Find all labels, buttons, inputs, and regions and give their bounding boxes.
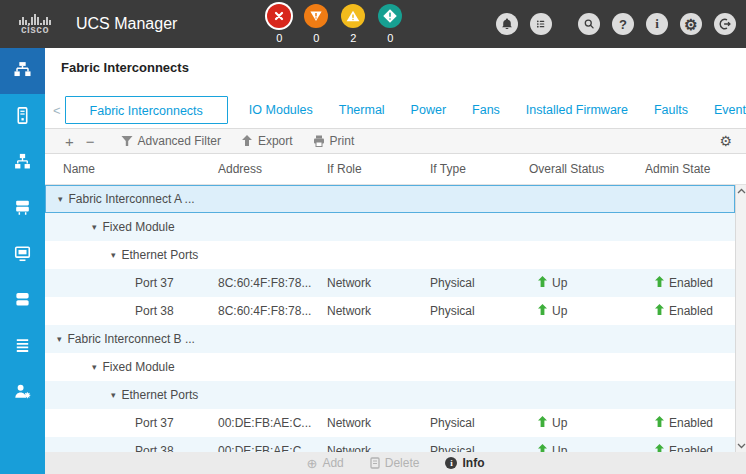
row-name-cell: ▾Ethernet Ports	[45, 248, 218, 262]
search-icon[interactable]	[578, 13, 600, 35]
table-row[interactable]: ▾Ethernet Ports	[45, 241, 735, 269]
table-scrollbar[interactable]	[735, 185, 746, 452]
export-up-arrow-icon	[241, 135, 253, 147]
help-icon[interactable]: ?	[612, 13, 634, 35]
fault-badge-warning[interactable]: 0	[376, 4, 404, 44]
tab-power[interactable]: Power	[398, 96, 459, 124]
sidebar-item-admin[interactable]	[0, 370, 45, 416]
row-name-cell: Port 37	[45, 416, 218, 430]
table-row[interactable]: ▾Fabric Interconnect B ...	[45, 325, 735, 353]
row-if-role-cell: Network	[327, 416, 430, 430]
footer-info-button[interactable]: i Info	[445, 456, 484, 470]
notifications-icon[interactable]	[496, 13, 518, 35]
sign-out-icon[interactable]	[714, 13, 736, 35]
row-name-label: Fixed Module	[103, 360, 175, 374]
sidebar-item-chassis[interactable]	[0, 324, 45, 370]
table-row[interactable]: Port 3700:DE:FB:AE:C...NetworkPhysicalUp…	[45, 409, 735, 437]
toolbar-remove-button[interactable]: −	[80, 134, 101, 149]
table-settings-gear-icon[interactable]: ⚙	[719, 133, 732, 149]
tab-thermal[interactable]: Thermal	[326, 96, 398, 124]
table-header-row: NameAddressIf RoleIf TypeOverall StatusA…	[45, 154, 746, 185]
row-if-type-cell: Physical	[430, 304, 529, 318]
row-overall-status-cell: Up	[529, 416, 645, 430]
tab-faults[interactable]: Faults	[641, 96, 701, 124]
fault-count-warning: 0	[387, 32, 393, 44]
fault-badge-minor[interactable]: 2	[339, 4, 367, 44]
sidebar-item-equipment[interactable]	[0, 48, 45, 94]
advanced-filter-button[interactable]: Advanced Filter	[121, 134, 221, 148]
tabs-scroll-left-chevron-icon[interactable]: <	[49, 103, 65, 118]
info-icon[interactable]: i	[646, 13, 668, 35]
tree-expand-arrow-icon[interactable]: ▾	[92, 222, 97, 232]
table-row[interactable]: Port 388C:60:4F:F8:78...NetworkPhysicalU…	[45, 297, 735, 325]
sidebar-item-san[interactable]	[0, 186, 45, 232]
delete-icon	[370, 457, 380, 469]
tree-expand-arrow-icon[interactable]: ▾	[57, 334, 62, 344]
row-overall-status-cell-label: Up	[552, 276, 567, 290]
scroll-down-icon[interactable]	[737, 443, 746, 449]
footer-delete-button[interactable]: Delete	[370, 456, 420, 470]
sessions-icon[interactable]	[530, 13, 552, 35]
column-header-admin-state[interactable]: Admin State	[645, 162, 746, 176]
filter-funnel-icon	[121, 135, 133, 147]
admin-icon	[13, 382, 32, 405]
row-if-type-cell: Physical	[430, 416, 529, 430]
print-label: Print	[330, 134, 355, 148]
status-up-arrow-icon	[538, 304, 547, 318]
tree-expand-arrow-icon[interactable]: ▾	[58, 194, 63, 204]
tab-events[interactable]: Events	[701, 96, 746, 124]
row-admin-state-cell-label: Enabled	[669, 304, 713, 318]
row-admin-state-cell: Enabled	[645, 304, 735, 318]
table-row[interactable]: ▾Ethernet Ports	[45, 381, 735, 409]
export-label: Export	[258, 134, 293, 148]
table-row[interactable]: Port 378C:60:4F:F8:78...NetworkPhysicalU…	[45, 269, 735, 297]
fault-badge-major[interactable]: 0	[302, 4, 330, 44]
row-address-cell: 8C:60:4F:F8:78...	[218, 304, 327, 318]
sidebar-item-servers[interactable]	[0, 94, 45, 140]
tab-fans[interactable]: Fans	[459, 96, 513, 124]
tab-io-modules[interactable]: IO Modules	[236, 96, 326, 124]
row-admin-state-cell: Enabled	[645, 444, 735, 452]
tab-fabric-interconnects[interactable]: Fabric Interconnects	[65, 96, 228, 124]
status-up-arrow-icon	[538, 276, 547, 290]
column-header-name[interactable]: Name	[45, 162, 218, 176]
fault-badge-critical[interactable]: 0	[265, 4, 293, 44]
settings-icon[interactable]: ⚙	[680, 13, 702, 35]
table-row[interactable]: ▾Fixed Module	[45, 213, 735, 241]
row-admin-state-cell-label: Enabled	[669, 276, 713, 290]
content-area: Fabric Interconnects < Fabric Interconne…	[45, 48, 746, 474]
row-admin-state-cell-label: Enabled	[669, 416, 713, 430]
header-icon-group: ?i⚙	[496, 13, 736, 35]
table-footer-bar: ⊕ Add Delete i Info	[45, 452, 746, 474]
print-button[interactable]: Print	[313, 134, 355, 148]
sidebar	[0, 48, 45, 474]
add-circle-plus-icon: ⊕	[307, 457, 318, 470]
sidebar-item-lan[interactable]	[0, 140, 45, 186]
info-icon: i	[445, 457, 457, 469]
app-title: UCS Manager	[76, 15, 177, 33]
tree-expand-arrow-icon[interactable]: ▾	[92, 362, 97, 372]
sidebar-item-storage[interactable]	[0, 278, 45, 324]
column-header-overall-status[interactable]: Overall Status	[529, 162, 645, 176]
row-address-cell: 00:DE:FB:AE:C...	[218, 444, 327, 452]
column-header-if-role[interactable]: If Role	[327, 162, 430, 176]
sidebar-item-vm[interactable]	[0, 232, 45, 278]
table-row[interactable]: ▾Fabric Interconnect A ...	[45, 185, 735, 213]
tree-expand-arrow-icon[interactable]: ▾	[111, 250, 116, 260]
column-header-if-type[interactable]: If Type	[430, 162, 529, 176]
column-header-address[interactable]: Address	[218, 162, 327, 176]
toolbar-add-button[interactable]: +	[59, 134, 80, 149]
footer-add-label: Add	[322, 456, 343, 470]
table-row[interactable]: ▾Fixed Module	[45, 353, 735, 381]
tree-expand-arrow-icon[interactable]: ▾	[111, 390, 116, 400]
export-button[interactable]: Export	[241, 134, 293, 148]
tab-installed-firmware[interactable]: Installed Firmware	[513, 96, 641, 124]
row-admin-state-cell: Enabled	[645, 276, 735, 290]
table-row[interactable]: Port 3800:DE:FB:AE:C...NetworkPhysicalUp…	[45, 437, 735, 452]
row-if-role-cell: Network	[327, 304, 430, 318]
row-overall-status-cell-label: Up	[552, 304, 567, 318]
scroll-up-icon[interactable]	[737, 188, 746, 194]
footer-add-button[interactable]: ⊕ Add	[307, 456, 344, 470]
row-name-cell: Port 38	[45, 444, 218, 452]
storage-icon	[13, 290, 32, 313]
